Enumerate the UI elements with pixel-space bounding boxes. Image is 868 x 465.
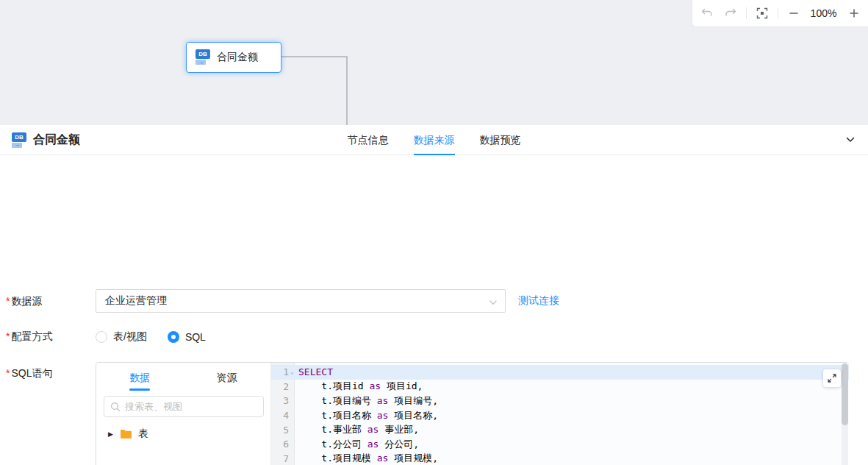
redo-button[interactable] — [722, 5, 739, 21]
table-search-input[interactable] — [125, 401, 257, 412]
db-input-icon: DB→ — [196, 49, 210, 65]
code-text: t.分公司 as 分公司, — [295, 438, 419, 451]
tree-item-tables[interactable]: ▶表 — [96, 426, 270, 442]
panel-tab-0[interactable]: 节点信息 — [348, 125, 389, 155]
config-mode-radio-group: 表/视图SQL — [96, 330, 206, 344]
fold-toggle-icon[interactable]: ⌄ — [289, 369, 295, 375]
code-text: t.项目id as 项目id, — [295, 380, 423, 393]
node-connector-edge — [281, 56, 348, 57]
code-text: SELECT — [295, 366, 333, 377]
radio-icon — [168, 331, 179, 343]
config-mode-radio-1[interactable]: SQL — [168, 331, 206, 343]
code-line-1[interactable]: 1⌄SELECT — [271, 365, 849, 380]
tree-item-label: 表 — [138, 427, 148, 441]
table-search-box[interactable] — [104, 396, 264, 417]
datasource-label: 数据源 — [6, 295, 42, 308]
expand-editor-button[interactable] — [823, 369, 841, 387]
db-input-icon: DB→ — [12, 132, 26, 149]
code-line-3[interactable]: 3 t.项目编号 as 项目编号, — [271, 394, 849, 408]
line-number: 4 — [271, 410, 289, 421]
config-mode-label: 配置方式 — [6, 330, 52, 344]
line-number: 6 — [271, 439, 289, 450]
code-line-5[interactable]: 5 t.事业部 as 事业部, — [271, 422, 849, 437]
node-label: 合同金额 — [217, 51, 258, 64]
radio-label: 表/视图 — [113, 330, 147, 344]
datasource-selected-value: 企业运营管理 — [105, 294, 167, 308]
chevron-down-icon — [844, 134, 856, 146]
table-browser-tabs: 数据资源 — [96, 363, 270, 394]
line-number: 7 — [271, 453, 289, 464]
radio-label: SQL — [185, 331, 206, 343]
node-connector-edge — [346, 56, 348, 125]
editor-scrollbar-thumb[interactable] — [842, 363, 848, 425]
toolbar-divider — [778, 7, 778, 19]
line-number: 5 — [271, 425, 289, 436]
redo-icon — [724, 7, 737, 20]
folder-icon — [120, 429, 132, 439]
collapse-panel-button[interactable] — [844, 134, 856, 149]
node-config-panel: DB→ 合同金额 节点信息数据来源数据预览 数据源 配置方式 SQL语句 企业运… — [0, 125, 868, 465]
sql-editor-container: 数据资源 ▶表 1⌄SELECT2 t.项目id as 项目id,3 t.项目编… — [96, 362, 849, 465]
zoom-out-icon — [789, 8, 799, 18]
page: DB→ 合同金额 100% — [0, 0, 868, 465]
sql-code-editor[interactable]: 1⌄SELECT2 t.项目id as 项目id,3 t.项目编号 as 项目编… — [271, 363, 849, 465]
browser-tab-0[interactable]: 数据 — [96, 363, 184, 394]
fit-view-button[interactable] — [754, 5, 770, 21]
caret-right-icon[interactable]: ▶ — [108, 430, 114, 438]
code-line-4[interactable]: 4 t.项目名称 as 项目名称, — [271, 408, 849, 423]
code-text: t.项目编号 as 项目编号, — [295, 394, 438, 408]
table-browser-pane: 数据资源 ▶表 — [96, 363, 271, 465]
expand-icon — [827, 373, 837, 383]
code-text: t.项目名称 as 项目名称, — [295, 409, 438, 422]
panel-header: DB→ 合同金额 节点信息数据来源数据预览 — [0, 125, 868, 155]
test-connection-link[interactable]: 测试连接 — [518, 294, 559, 308]
panel-tab-2[interactable]: 数据预览 — [480, 125, 521, 155]
panel-tabs: 节点信息数据来源数据预览 — [348, 125, 521, 155]
toolbar-divider — [746, 7, 747, 19]
code-text: t.项目规模 as 项目规模, — [295, 452, 438, 465]
panel-title: 合同金额 — [33, 132, 80, 148]
chevron-down-icon — [489, 297, 498, 309]
datasource-select[interactable]: 企业运营管理 — [96, 289, 506, 313]
code-text: t.事业部 as 事业部, — [295, 423, 419, 436]
line-number: 1 — [271, 366, 289, 377]
code-line-7[interactable]: 7 t.项目规模 as 项目规模, — [271, 452, 849, 465]
line-number: 3 — [271, 395, 289, 406]
code-line-6[interactable]: 6 t.分公司 as 分公司, — [271, 437, 849, 452]
zoom-out-button[interactable] — [786, 5, 802, 21]
browser-tab-1[interactable]: 资源 — [184, 363, 271, 394]
radio-icon — [96, 331, 107, 343]
zoom-in-button[interactable] — [846, 5, 862, 21]
config-mode-radio-0[interactable]: 表/视图 — [96, 330, 147, 344]
flow-node-contract-amount[interactable]: DB→ 合同金额 — [186, 42, 281, 73]
sql-statement-label: SQL语句 — [6, 367, 52, 380]
panel-tab-1[interactable]: 数据来源 — [414, 125, 455, 155]
zoom-level-value: 100% — [809, 7, 839, 19]
table-tree: ▶表 — [96, 426, 270, 442]
line-number: 2 — [271, 381, 289, 392]
search-icon — [110, 402, 121, 412]
canvas-toolbar: 100% — [692, 0, 868, 27]
fit-view-icon — [756, 7, 768, 19]
code-lines: 1⌄SELECT2 t.项目id as 项目id,3 t.项目编号 as 项目编… — [271, 365, 849, 465]
zoom-in-icon — [849, 8, 859, 18]
undo-icon — [700, 7, 714, 20]
undo-button[interactable] — [699, 5, 715, 21]
flow-canvas[interactable]: DB→ 合同金额 100% — [0, 0, 868, 125]
code-line-2[interactable]: 2 t.项目id as 项目id, — [271, 380, 849, 394]
